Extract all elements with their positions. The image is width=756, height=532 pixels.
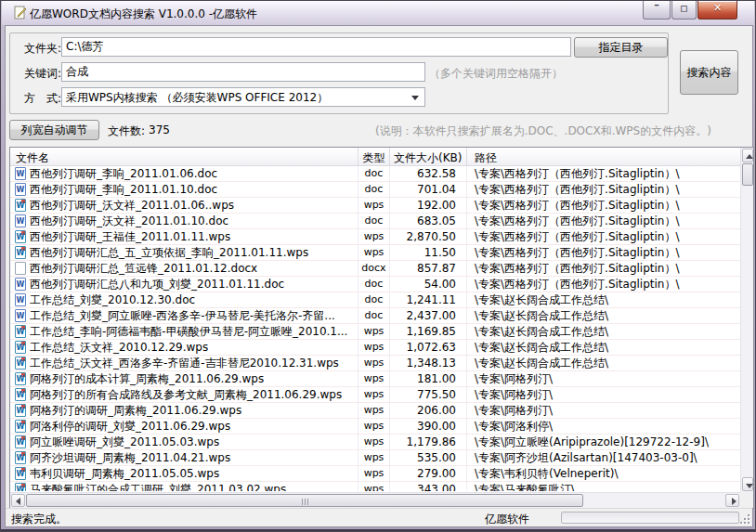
column-header-size[interactable]: 文件大小(KB)	[390, 148, 467, 165]
mode-select[interactable]: 采用WPS内核搜索 （必须安装WPS OFFICE 2012）	[61, 87, 425, 107]
doc-file-icon	[15, 214, 26, 227]
progress-bar	[561, 512, 739, 524]
vertical-scrollbar[interactable]	[740, 148, 753, 492]
brand-label: 亿愿软件	[485, 512, 529, 527]
file-type: wps	[358, 450, 390, 465]
doc-file-icon	[15, 278, 26, 291]
specify-directory-button[interactable]: 指定目录	[574, 37, 668, 58]
mode-label: 方 式:	[24, 91, 61, 107]
scroll-right-button[interactable]	[725, 494, 739, 507]
scroll-down-button[interactable]	[742, 477, 753, 491]
table-row[interactable]: 阿格列汀的所有合成路线及参考文献_周素梅_2011.06.29.wps wps …	[10, 387, 740, 403]
file-path: \专案\西格列汀（西他列汀.Sitagliptin）\	[467, 182, 740, 197]
file-name: 马来酸氟吡汀的合成工调研_刘燮_2011.03.02.wps	[30, 482, 286, 491]
hscroll-thumb[interactable]	[26, 494, 583, 507]
close-button[interactable]	[697, 1, 737, 19]
resize-grip[interactable]	[740, 514, 749, 524]
wps-file-icon	[15, 483, 26, 491]
wps-file-icon	[15, 467, 26, 480]
title-bar[interactable]: 亿愿WORD文档内容搜索 V1.0.0.0 -亿愿软件	[2, 1, 754, 25]
wps-file-icon	[15, 372, 26, 385]
file-name: 阿洛利停的调研_刘燮_2011.06.29.wps	[30, 419, 230, 434]
table-row[interactable]: 工作总结_李响-阿德福韦酯-甲磺酸伊马替尼-阿立哌唑_2010.1... wps…	[10, 324, 740, 340]
table-row[interactable]: 西他列汀调研_沃文祥_2011.01.06..wps wps 192.00 \专…	[10, 198, 740, 214]
table-row[interactable]: 阿齐沙坦调研_周素梅_2011.04.21.wps wps 535.00 \专案…	[10, 450, 740, 466]
list-header: 文件名 类型 文件大小(KB) 路径	[10, 148, 740, 166]
file-name: 工作总结_沃文祥_2010.12.29.wps	[30, 340, 208, 355]
keyword-input[interactable]	[61, 62, 425, 82]
table-row[interactable]: 西他列汀调研_李响_2011.01.10.doc doc 701.04 \专案\…	[10, 182, 740, 198]
file-name: 西他列汀调研汇总八和九项_刘燮_2011.01.11.doc	[30, 277, 284, 292]
file-type: wps	[358, 419, 390, 434]
file-type: doc	[358, 182, 390, 197]
file-size: 683.05	[390, 214, 467, 228]
auto-column-width-button[interactable]: 列宽自动调节	[9, 120, 99, 140]
file-name: 阿立哌唑调研_刘燮_2011.05.03.wps	[30, 435, 219, 449]
scroll-left-button[interactable]	[11, 494, 25, 507]
table-row[interactable]: 西他列汀调研汇总八和九项_刘燮_2011.01.11.doc doc 54.00…	[10, 277, 740, 292]
file-size: 279.00	[390, 466, 467, 481]
file-path: \专案\西格列汀（西他列汀.Sitagliptin）\	[467, 214, 740, 228]
search-content-button[interactable]: 搜索内容	[680, 50, 738, 95]
table-row[interactable]: 西他列汀调研汇总_笪远锋_2011.01.12.docx docx 857.87…	[10, 261, 740, 277]
scrollbar-corner	[740, 492, 753, 508]
maximize-button[interactable]	[671, 1, 697, 19]
file-size: 54.00	[390, 277, 467, 292]
scroll-up-button[interactable]	[742, 149, 753, 162]
file-path: \专案\赵长阔合成工作总结\	[467, 340, 740, 355]
file-name: 韦利贝调研_周素梅_2011.05.05.wps	[30, 466, 219, 481]
table-row[interactable]: 阿格列汀的调研_周素梅_2011.06.29.wps wps 206.00 \专…	[10, 403, 740, 419]
table-row[interactable]: 马来酸氟吡汀的合成工调研_刘燮_2011.03.02.wps wps 343.0…	[10, 482, 740, 491]
file-name: 西他列汀调研_沃文祥_2011.01.10.doc	[30, 214, 228, 228]
table-row[interactable]: 阿格列汀的成本计算_周素梅_2011.06.29.wps wps 181.00 …	[10, 371, 740, 387]
file-path: \专案\阿立哌唑(Aripiprazole)[129722-12-9]\	[467, 435, 740, 449]
file-size: 632.58	[390, 166, 467, 181]
docx-file-icon	[15, 262, 26, 275]
table-row[interactable]: 阿洛利停的调研_刘燮_2011.06.29.wps wps 390.00 \专案…	[10, 419, 740, 435]
file-count-value: 375	[149, 123, 170, 136]
table-row[interactable]: 工作总结_刘燮_2010.12.30.doc doc 1,241.11 \专案\…	[10, 292, 740, 308]
file-type: wps	[358, 245, 390, 260]
doc-file-icon	[15, 167, 26, 180]
table-row[interactable]: 工作总结_沃文祥_2010.12.29.wps wps 1,072.63 \专案…	[10, 340, 740, 356]
status-text: 搜索完成。	[11, 512, 67, 527]
table-row[interactable]: 工作总结_刘燮_阿立哌唑-西洛多辛-伊马替尼-美托洛尔-齐留... doc 2,…	[10, 308, 740, 324]
column-header-filename[interactable]: 文件名	[10, 148, 358, 165]
file-path: \专案\西格列汀（西他列汀.Sitagliptin）\	[467, 245, 740, 260]
table-row[interactable]: 西他列汀调研_沃文祥_2011.01.10.doc doc 683.05 \专案…	[10, 214, 740, 229]
table-row[interactable]: 阿立哌唑调研_刘燮_2011.05.03.wps wps 1,179.86 \专…	[10, 435, 740, 450]
file-name: 工作总结_刘燮_阿立哌唑-西洛多辛-伊马替尼-美托洛尔-齐留...	[30, 308, 335, 323]
file-size: 775.50	[390, 387, 467, 402]
file-type: wps	[358, 340, 390, 355]
file-type: doc	[358, 277, 390, 292]
table-row[interactable]: 工作总结_沃文祥_西洛多辛-齐留通-吉非替尼2010.12.31.wps wps…	[10, 356, 740, 371]
wps-file-icon	[15, 388, 26, 401]
column-header-type[interactable]: 类型	[358, 148, 390, 165]
doc-file-icon	[15, 309, 26, 322]
file-name: 西他列汀调研_沃文祥_2011.01.06..wps	[30, 198, 234, 213]
file-path: \专案\阿格列汀\	[467, 403, 740, 418]
minimize-button[interactable]	[643, 1, 671, 19]
horizontal-scrollbar[interactable]	[10, 492, 740, 508]
file-name: 西他列汀调研汇总_笪远锋_2011.01.12.docx	[30, 261, 257, 276]
file-path: \专案\西格列汀（西他列汀.Sitagliptin）\	[467, 198, 740, 213]
file-name: 工作总结_李响-阿德福韦酯-甲磺酸伊马替尼-阿立哌唑_2010.1...	[30, 324, 347, 339]
file-path: \专案\阿齐沙坦(Azilsartan)[147403-03-0]\	[467, 450, 740, 465]
wps-file-icon	[15, 420, 26, 433]
list-body: 西他列汀调研_李响_2011.01.06.doc doc 632.58 \专案\…	[10, 166, 740, 491]
column-header-path[interactable]: 路径	[467, 148, 740, 165]
table-row[interactable]: 西他列汀调研汇总_五_立项依据_李响_2011.01.11.wps wps 11…	[10, 245, 740, 261]
wps-file-icon	[15, 404, 26, 417]
table-row[interactable]: 韦利贝调研_周素梅_2011.05.05.wps wps 279.00 \专案\…	[10, 466, 740, 482]
folder-input[interactable]	[61, 37, 571, 57]
file-path: \专案\韦利贝特(Velneperit)\	[467, 466, 740, 481]
file-path: \专案\西格列汀（西他列汀.Sitagliptin）\	[467, 277, 740, 292]
vscroll-thumb[interactable]	[742, 163, 753, 186]
table-row[interactable]: 西他列汀调研_李响_2011.01.06.doc doc 632.58 \专案\…	[10, 166, 740, 182]
file-type: docx	[358, 261, 390, 276]
file-size: 343.00	[390, 482, 467, 491]
file-name: 西他列汀调研_李响_2011.01.10.doc	[30, 182, 217, 197]
file-size: 2,870.50	[390, 229, 467, 244]
wps-file-icon	[15, 357, 26, 370]
table-row[interactable]: 西他列汀调研_王福佳_2011.01.11.wps wps 2,870.50 \…	[10, 229, 740, 245]
